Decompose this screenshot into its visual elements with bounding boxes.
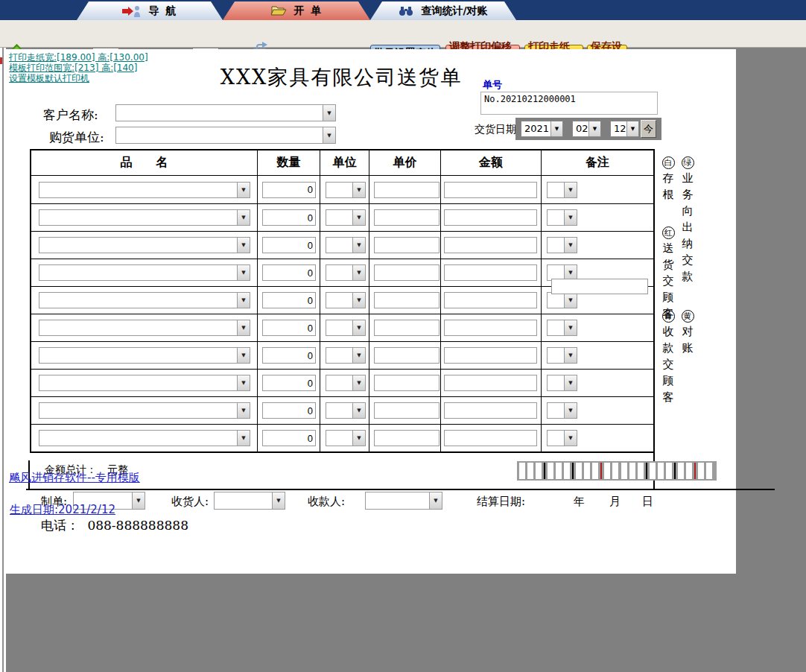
year-select[interactable]: 2021 ▼ [521,121,563,137]
product-select[interactable]: ▼ [39,347,250,364]
unit-select[interactable]: ▼ [326,237,366,253]
chevron-down-icon[interactable]: ▼ [352,403,365,418]
product-select[interactable]: ▼ [39,237,250,253]
chevron-down-icon[interactable]: ▼ [237,403,250,418]
chevron-down-icon[interactable]: ▼ [564,183,577,197]
chevron-down-icon[interactable]: ▼ [564,238,577,253]
note-select[interactable]: ▼ [547,320,577,336]
default-printer-link[interactable]: 设置模板默认打印机 [9,73,148,83]
amount-input[interactable] [444,237,537,253]
chevron-down-icon[interactable]: ▼ [237,238,250,253]
amount-input[interactable] [444,430,537,446]
chevron-down-icon[interactable]: ▼ [323,105,335,121]
today-button[interactable]: 今 [641,120,656,138]
chevron-down-icon[interactable]: ▼ [237,431,250,446]
qty-input[interactable] [262,347,316,364]
amount-input[interactable] [444,292,537,308]
note-select[interactable]: ▼ [547,182,577,198]
note-select[interactable]: ▼ [547,237,577,253]
product-select[interactable]: ▼ [39,182,250,198]
qty-input[interactable] [262,430,316,446]
receiver-select[interactable]: ▼ [214,492,285,510]
unit-select[interactable]: ▼ [326,402,366,419]
chevron-down-icon[interactable]: ▼ [564,210,577,225]
qty-input[interactable] [262,320,316,336]
chevron-down-icon[interactable]: ▼ [588,121,600,136]
chevron-down-icon[interactable]: ▼ [564,320,577,335]
chevron-down-icon[interactable]: ▼ [132,492,145,509]
unit-select[interactable]: ▼ [326,375,366,391]
product-select[interactable]: ▼ [39,320,250,336]
chevron-down-icon[interactable]: ▼ [237,348,250,363]
qty-input[interactable] [262,237,316,253]
tab-query-statistics[interactable]: 查询统计/对账 [370,1,516,20]
chevron-down-icon[interactable]: ▼ [237,210,250,225]
unit-select[interactable]: ▼ [326,209,366,226]
tab-navigation[interactable]: 导 航 [77,1,223,20]
chevron-down-icon[interactable]: ▼ [352,210,365,225]
qty-input[interactable] [262,375,316,391]
floating-edit-box[interactable] [551,279,648,294]
amount-input[interactable] [444,375,537,391]
chevron-down-icon[interactable]: ▼ [564,403,577,418]
qty-input[interactable] [262,292,316,308]
product-select[interactable]: ▼ [39,264,250,281]
qty-input[interactable] [262,264,316,281]
customer-select[interactable]: ▼ [115,104,336,121]
order-no-input[interactable]: No.20210212000001 [480,92,658,115]
unit-select[interactable]: ▼ [326,264,366,281]
template-range-link[interactable]: 模板打印范围宽:[213] 高:[140] [9,63,148,73]
month-select[interactable]: 02 ▼ [572,121,601,137]
chevron-down-icon[interactable]: ▼ [564,348,577,363]
product-select[interactable]: ▼ [39,430,250,446]
chevron-down-icon[interactable]: ▼ [237,375,250,390]
chevron-down-icon[interactable]: ▼ [626,121,638,136]
amount-input[interactable] [444,402,537,419]
chevron-down-icon[interactable]: ▼ [352,238,365,253]
note-select[interactable]: ▼ [547,375,577,391]
generated-date-link[interactable]: 生成日期:2021/2/12 [10,503,115,517]
product-select[interactable]: ▼ [39,375,250,391]
unit-select[interactable]: ▼ [326,182,366,198]
product-select[interactable]: ▼ [39,209,250,226]
chevron-down-icon[interactable]: ▼ [352,183,365,197]
payee-select[interactable]: ▼ [365,492,442,510]
chevron-down-icon[interactable]: ▼ [352,293,365,308]
chevron-down-icon[interactable]: ▼ [237,293,250,308]
price-input[interactable] [374,264,440,281]
buyer-select[interactable]: ▼ [115,127,336,144]
price-input[interactable] [374,209,440,226]
chevron-down-icon[interactable]: ▼ [564,293,577,308]
chevron-down-icon[interactable]: ▼ [550,121,562,136]
price-input[interactable] [374,347,440,364]
tab-create-order[interactable]: 开 单 [223,1,370,20]
note-select[interactable]: ▼ [547,347,577,364]
note-select[interactable]: ▼ [547,292,577,308]
price-input[interactable] [374,375,440,391]
chevron-down-icon[interactable]: ▼ [564,265,577,280]
product-select[interactable]: ▼ [39,292,250,308]
software-template-link[interactable]: 飚风进销存软件--专用模版 [9,471,140,485]
paper-size-link[interactable]: 打印走纸宽:[189.00] 高:[130.00] [9,52,148,63]
unit-select[interactable]: ▼ [326,430,366,446]
chevron-down-icon[interactable]: ▼ [272,492,285,509]
qty-input[interactable] [262,209,316,226]
chevron-down-icon[interactable]: ▼ [352,320,365,335]
unit-select[interactable]: ▼ [326,320,366,336]
price-input[interactable] [374,182,440,198]
price-input[interactable] [374,430,440,446]
note-select[interactable]: ▼ [547,430,577,446]
unit-select[interactable]: ▼ [326,292,366,308]
amount-input[interactable] [444,209,537,226]
amount-input[interactable] [444,347,537,364]
day-select[interactable]: 12 ▼ [610,121,639,137]
amount-input[interactable] [444,264,537,281]
chevron-down-icon[interactable]: ▼ [323,127,335,143]
chevron-down-icon[interactable]: ▼ [564,431,577,446]
price-input[interactable] [374,237,440,253]
product-select[interactable]: ▼ [39,402,250,419]
chevron-down-icon[interactable]: ▼ [237,183,250,197]
chevron-down-icon[interactable]: ▼ [352,265,365,280]
chevron-down-icon[interactable]: ▼ [237,320,250,335]
unit-select[interactable]: ▼ [326,347,366,364]
